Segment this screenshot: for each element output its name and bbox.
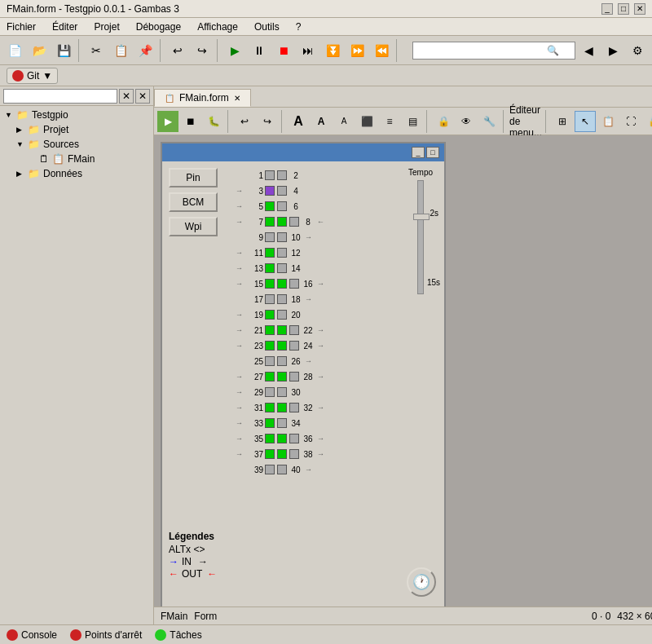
form-maximize-btn[interactable]: ⛶: [620, 111, 641, 132]
gpio-left-led-8[interactable]: [265, 294, 275, 304]
open-button[interactable]: 📂: [28, 39, 51, 62]
gpio-right-led-8[interactable]: [277, 294, 287, 304]
form-align1-btn[interactable]: ⬛: [356, 111, 377, 132]
step2-button[interactable]: ⏬: [321, 39, 344, 62]
gpio-right-led-10[interactable]: [289, 325, 299, 335]
gpio-extra-led-10[interactable]: [277, 325, 287, 335]
gpio-left-led-7[interactable]: [265, 279, 275, 289]
gpio-right-led-14[interactable]: [277, 387, 287, 397]
breakpoints-tab[interactable]: Points d'arrêt: [70, 629, 142, 641]
left-clear-button[interactable]: ✕: [119, 89, 134, 104]
settings-button[interactable]: ⚙: [626, 39, 649, 62]
gpio-left-led-9[interactable]: [265, 310, 275, 320]
undo-button[interactable]: ↩: [166, 39, 189, 62]
form-tab[interactable]: 📋 FMain.form ✕: [154, 89, 251, 107]
search-input[interactable]: [416, 45, 547, 56]
gpio-extra-led-18[interactable]: [277, 449, 287, 459]
menu-item-débogage[interactable]: Débogage: [133, 20, 184, 34]
gpio-right-led-9[interactable]: [277, 310, 287, 320]
form-copy2-btn[interactable]: 📋: [597, 111, 619, 132]
form-back-btn[interactable]: ↩: [234, 111, 255, 132]
gpio-right-led-11[interactable]: [289, 341, 299, 351]
gpio-right-led-19[interactable]: [277, 465, 287, 474]
clock-button[interactable]: 🕐: [407, 567, 436, 597]
form-lock-btn[interactable]: 🔒: [433, 111, 454, 132]
form-align3-btn[interactable]: ▤: [402, 111, 423, 132]
nav-forward-button[interactable]: ▶: [601, 39, 624, 62]
left-close-button[interactable]: ✕: [135, 89, 150, 104]
form-font-large-btn[interactable]: A: [288, 111, 309, 132]
gpio-right-led-17[interactable]: [289, 434, 299, 443]
tree-item-projet[interactable]: ▶📁Projet: [2, 122, 152, 137]
new-button[interactable]: 📄: [3, 39, 26, 62]
gpio-right-led-3[interactable]: [289, 217, 299, 227]
step3-button[interactable]: ⏩: [346, 39, 368, 62]
tasks-tab[interactable]: Tâches: [155, 629, 201, 641]
gpio-left-led-18[interactable]: [265, 449, 275, 459]
form-widget-btn[interactable]: ⊞: [552, 111, 573, 132]
maximize-button[interactable]: □: [618, 3, 629, 15]
gpio-right-led-12[interactable]: [277, 356, 287, 366]
step-button[interactable]: ⏭: [297, 39, 319, 62]
git-button[interactable]: Git ▼: [7, 68, 58, 84]
form-win-maximize[interactable]: □: [426, 147, 439, 158]
wpi-button[interactable]: Wpi: [169, 217, 218, 236]
gpio-right-led-18[interactable]: [289, 449, 299, 459]
tree-item-fmain[interactable]: 🗒📋FMain: [2, 152, 152, 166]
gpio-extra-led-13[interactable]: [277, 372, 287, 382]
gpio-left-led-1[interactable]: [265, 186, 275, 196]
copy-button[interactable]: 📋: [109, 39, 132, 62]
menu-item-éditer[interactable]: Éditer: [49, 20, 81, 34]
form-win-minimize[interactable]: _: [412, 147, 425, 158]
gpio-extra-led-17[interactable]: [277, 434, 287, 443]
gpio-right-led-0[interactable]: [277, 170, 287, 180]
gpio-right-led-15[interactable]: [289, 403, 299, 412]
cut-button[interactable]: ✂: [85, 39, 108, 62]
gpio-left-led-19[interactable]: [265, 465, 275, 474]
gpio-left-led-10[interactable]: [265, 325, 275, 335]
menu-item-?[interactable]: ?: [293, 20, 305, 34]
form-snap-btn[interactable]: 🔧: [478, 111, 500, 132]
gpio-left-led-13[interactable]: [265, 372, 275, 382]
gpio-right-led-6[interactable]: [277, 263, 287, 273]
gpio-left-led-16[interactable]: [265, 418, 275, 428]
menu-item-fichier[interactable]: Fichier: [3, 20, 39, 34]
gpio-left-led-4[interactable]: [265, 232, 275, 242]
gpio-left-led-2[interactable]: [265, 201, 275, 211]
form-font-small-btn[interactable]: A: [333, 111, 355, 132]
menu-item-projet[interactable]: Projet: [90, 20, 122, 34]
form-pointer-btn[interactable]: ↖: [575, 111, 596, 132]
run-button[interactable]: ▶: [223, 39, 246, 62]
minimize-button[interactable]: _: [601, 3, 613, 15]
tree-item-testgpio[interactable]: ▼📁Testgpio: [2, 108, 152, 122]
form-tab-close[interactable]: ✕: [234, 94, 240, 103]
gpio-left-led-17[interactable]: [265, 434, 275, 443]
form-eye-btn[interactable]: 👁: [456, 111, 477, 132]
gpio-extra-led-15[interactable]: [277, 403, 287, 412]
close-button[interactable]: ✕: [634, 3, 645, 15]
tree-item-sources[interactable]: ▼📁Sources: [2, 137, 152, 152]
save-button[interactable]: 💾: [52, 39, 75, 62]
pause-button[interactable]: ⏸: [248, 39, 271, 62]
menu-item-outils[interactable]: Outils: [251, 20, 283, 34]
redo-button[interactable]: ↪: [191, 39, 214, 62]
tree-item-données[interactable]: ▶📁Données: [2, 166, 152, 181]
stop-button[interactable]: ⏹: [272, 39, 295, 62]
gpio-right-led-2[interactable]: [277, 201, 287, 211]
form-stop-btn[interactable]: ⏹: [180, 111, 201, 132]
gpio-right-led-16[interactable]: [277, 418, 287, 428]
gpio-extra-led-11[interactable]: [277, 341, 287, 351]
menu-item-affichage[interactable]: Affichage: [194, 20, 241, 34]
gpio-left-led-6[interactable]: [265, 263, 275, 273]
step4-button[interactable]: ⏪: [370, 39, 393, 62]
gpio-left-led-14[interactable]: [265, 387, 275, 397]
gpio-left-led-0[interactable]: [265, 170, 275, 180]
gpio-extra-led-7[interactable]: [277, 279, 287, 289]
gpio-right-led-13[interactable]: [289, 372, 299, 382]
console-tab[interactable]: Console: [7, 629, 57, 641]
left-search-input[interactable]: [3, 89, 117, 104]
gpio-left-led-12[interactable]: [265, 356, 275, 366]
gpio-left-led-11[interactable]: [265, 341, 275, 351]
gpio-extra-led-3[interactable]: [277, 217, 287, 227]
pin-button[interactable]: Pin: [169, 168, 218, 187]
